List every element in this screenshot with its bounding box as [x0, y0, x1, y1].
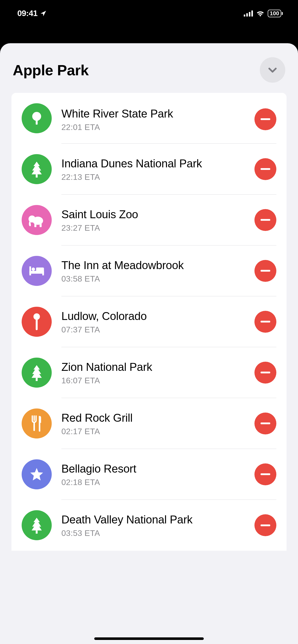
place-name: White River State Park [61, 107, 249, 121]
list-item[interactable]: Bellagio Resort 02:18 ETA [11, 449, 287, 500]
remove-button[interactable] [254, 362, 276, 384]
status-right: 100 [244, 10, 283, 17]
place-name: Death Valley National Park [61, 513, 249, 526]
cellular-icon [244, 10, 253, 17]
svg-rect-18 [33, 422, 35, 431]
list-item-text: Zion National Park 16:07 ETA [61, 360, 249, 385]
list-item[interactable]: Red Rock Grill 02:17 ETA [11, 398, 287, 449]
svg-rect-9 [34, 224, 36, 227]
svg-rect-5 [36, 120, 38, 125]
place-eta: 16:07 ETA [61, 376, 249, 385]
list-item-text: Indiana Dunes National Park 22:13 ETA [61, 156, 249, 182]
home-indicator[interactable] [94, 637, 204, 640]
list-item[interactable]: The Inn at Meadowbrook 03:58 ETA [11, 245, 287, 296]
svg-rect-0 [244, 14, 245, 17]
list-item-text: Death Valley National Park 03:53 ETA [61, 513, 249, 538]
svg-rect-6 [36, 174, 38, 178]
minus-icon [261, 524, 270, 526]
bed-icon [22, 256, 52, 286]
status-bar: 09:41 100 [0, 0, 298, 27]
remove-button[interactable] [254, 158, 276, 180]
list-item[interactable]: Indiana Dunes National Park 22:13 ETA [11, 144, 287, 195]
list-item-text: White River State Park 22:01 ETA [61, 107, 249, 132]
minus-icon [261, 219, 270, 221]
places-list: White River State Park 22:01 ETA Indiana… [11, 93, 287, 551]
place-name: The Inn at Meadowbrook [61, 258, 249, 272]
star-icon [22, 459, 52, 489]
page-title: Apple Park [13, 62, 89, 79]
svg-point-14 [32, 268, 35, 271]
list-item[interactable]: Ludlow, Colorado 07:37 ETA [11, 296, 287, 347]
place-eta: 03:58 ETA [61, 274, 249, 284]
remove-button[interactable] [254, 413, 276, 434]
list-item-text: Saint Louis Zoo 23:27 ETA [61, 207, 249, 233]
fork-knife-icon [22, 408, 52, 438]
minus-icon [261, 473, 270, 475]
place-eta: 02:18 ETA [61, 478, 249, 487]
svg-rect-1 [246, 13, 248, 17]
pin-icon [22, 307, 52, 337]
remove-button[interactable] [254, 260, 276, 282]
minus-icon [261, 321, 270, 323]
pine-icon [22, 510, 52, 540]
minus-icon [261, 270, 270, 272]
place-eta: 03:53 ETA [61, 529, 249, 538]
tree-round-icon [22, 103, 52, 133]
place-name: Indiana Dunes National Park [61, 156, 249, 170]
svg-rect-16 [36, 318, 38, 330]
place-name: Bellagio Resort [61, 462, 249, 476]
sheet: Apple Park White River State Park 22:01 … [0, 43, 298, 644]
wifi-icon [256, 10, 265, 17]
svg-rect-10 [39, 224, 42, 227]
list-item[interactable]: White River State Park 22:01 ETA [11, 93, 287, 144]
svg-rect-3 [251, 10, 253, 17]
chevron-down-icon [267, 64, 278, 76]
place-name: Zion National Park [61, 360, 249, 374]
svg-rect-2 [249, 12, 250, 17]
remove-button[interactable] [254, 514, 276, 536]
list-item[interactable]: Zion National Park 16:07 ETA [11, 347, 287, 398]
status-left: 09:41 [17, 9, 47, 18]
pine-icon [22, 154, 52, 184]
remove-button[interactable] [254, 463, 276, 485]
list-item[interactable]: Saint Louis Zoo 23:27 ETA [11, 195, 287, 245]
place-eta: 07:37 ETA [61, 325, 249, 334]
remove-button[interactable] [254, 108, 276, 130]
minus-icon [261, 118, 270, 120]
list-item[interactable]: Death Valley National Park 03:53 ETA [11, 500, 287, 551]
remove-button[interactable] [254, 311, 276, 333]
place-eta: 23:27 ETA [61, 223, 249, 233]
place-name: Red Rock Grill [61, 411, 249, 425]
status-time: 09:41 [17, 9, 37, 18]
list-item-text: The Inn at Meadowbrook 03:58 ETA [61, 258, 249, 284]
svg-rect-13 [42, 271, 44, 275]
svg-rect-17 [36, 378, 38, 381]
place-name: Saint Louis Zoo [61, 207, 249, 221]
list-item-text: Red Rock Grill 02:17 ETA [61, 411, 249, 436]
list-item-text: Ludlow, Colorado 07:37 ETA [61, 309, 249, 334]
minus-icon [261, 372, 270, 373]
place-name: Ludlow, Colorado [61, 309, 249, 323]
minus-icon [261, 168, 270, 170]
pine-icon [22, 358, 52, 388]
svg-point-4 [32, 112, 41, 121]
svg-rect-12 [29, 271, 44, 274]
remove-button[interactable] [254, 209, 276, 231]
place-eta: 22:01 ETA [61, 123, 249, 132]
place-eta: 02:17 ETA [61, 427, 249, 436]
collapse-button[interactable] [260, 57, 285, 83]
location-icon [40, 10, 47, 17]
minus-icon [261, 422, 270, 424]
elephant-icon [22, 205, 52, 235]
battery-level: 100 [268, 10, 281, 17]
svg-rect-19 [36, 530, 38, 534]
place-eta: 22:13 ETA [61, 172, 249, 182]
battery-indicator: 100 [268, 10, 283, 17]
sheet-header: Apple Park [0, 43, 298, 93]
list-item-text: Bellagio Resort 02:18 ETA [61, 462, 249, 487]
